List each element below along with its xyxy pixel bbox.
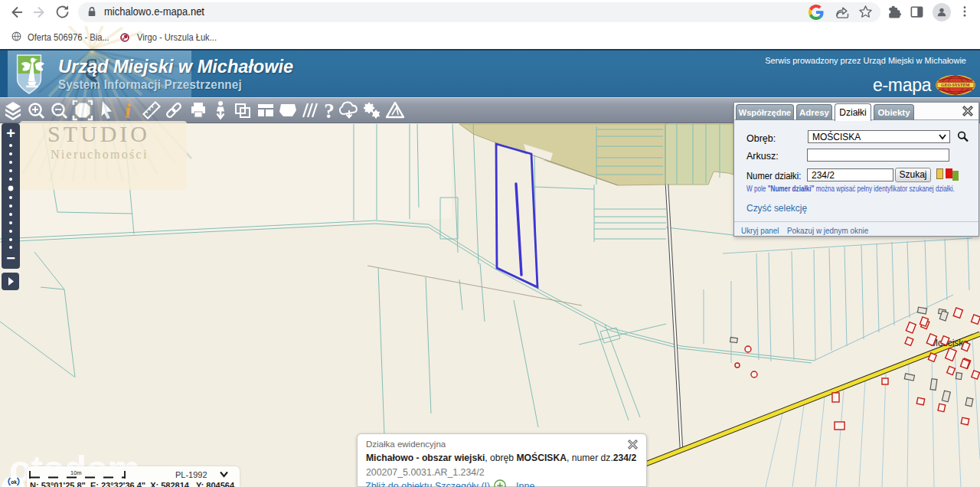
svg-text:GEO-SYSTEM: GEO-SYSTEM <box>941 83 970 87</box>
svg-text:?: ? <box>324 100 335 123</box>
svg-text:10m: 10m <box>70 469 82 476</box>
svg-text:ok: ok <box>11 479 17 485</box>
